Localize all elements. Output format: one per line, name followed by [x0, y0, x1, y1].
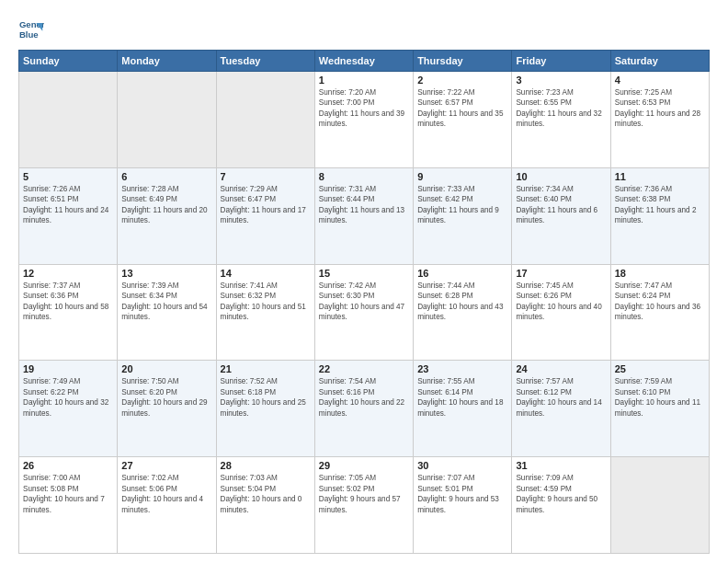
calendar-cell: 13Sunrise: 7:39 AMSunset: 6:34 PMDayligh…: [118, 264, 216, 361]
day-info: Sunrise: 7:52 AMSunset: 6:18 PMDaylight:…: [221, 376, 311, 419]
calendar-table: SundayMondayTuesdayWednesdayThursdayFrid…: [18, 50, 710, 554]
day-info: Sunrise: 7:25 AMSunset: 6:53 PMDaylight:…: [615, 87, 705, 130]
header: General Blue: [18, 17, 710, 42]
weekday-header-tuesday: Tuesday: [216, 51, 314, 72]
day-number: 9: [417, 171, 507, 182]
calendar-cell: 30Sunrise: 7:07 AMSunset: 5:01 PMDayligh…: [414, 457, 512, 554]
calendar-cell: [610, 457, 709, 554]
day-number: 2: [417, 75, 507, 86]
calendar-cell: 12Sunrise: 7:37 AMSunset: 6:36 PMDayligh…: [19, 264, 118, 361]
day-number: 18: [615, 268, 705, 279]
calendar-cell: 1Sunrise: 7:20 AMSunset: 7:00 PMDaylight…: [314, 72, 413, 168]
calendar-cell: 31Sunrise: 7:09 AMSunset: 4:59 PMDayligh…: [512, 457, 610, 554]
day-info: Sunrise: 7:57 AMSunset: 6:12 PMDaylight:…: [516, 376, 606, 419]
calendar-cell: 24Sunrise: 7:57 AMSunset: 6:12 PMDayligh…: [512, 361, 610, 457]
day-info: Sunrise: 7:37 AMSunset: 6:36 PMDaylight:…: [23, 281, 113, 323]
day-number: 24: [516, 363, 606, 374]
calendar-cell: 19Sunrise: 7:49 AMSunset: 6:22 PMDayligh…: [19, 361, 118, 457]
week-row-5: 26Sunrise: 7:00 AMSunset: 5:08 PMDayligh…: [19, 457, 710, 554]
calendar-cell: 6Sunrise: 7:28 AMSunset: 6:49 PMDaylight…: [118, 167, 216, 264]
calendar-cell: 7Sunrise: 7:29 AMSunset: 6:47 PMDaylight…: [216, 167, 314, 264]
day-number: 3: [516, 75, 606, 86]
calendar-cell: 18Sunrise: 7:47 AMSunset: 6:24 PMDayligh…: [610, 264, 709, 361]
logo-icon: General Blue: [18, 17, 44, 42]
day-number: 25: [615, 363, 705, 374]
calendar-cell: [118, 72, 216, 168]
day-info: Sunrise: 7:36 AMSunset: 6:38 PMDaylight:…: [615, 184, 705, 226]
day-info: Sunrise: 7:49 AMSunset: 6:22 PMDaylight:…: [23, 376, 113, 419]
day-info: Sunrise: 7:22 AMSunset: 6:57 PMDaylight:…: [417, 87, 507, 130]
calendar-cell: 2Sunrise: 7:22 AMSunset: 6:57 PMDaylight…: [414, 72, 512, 168]
day-number: 30: [417, 460, 507, 471]
day-number: 23: [417, 363, 507, 374]
day-number: 6: [121, 171, 211, 182]
calendar-cell: 5Sunrise: 7:26 AMSunset: 6:51 PMDaylight…: [19, 167, 118, 264]
calendar-cell: 23Sunrise: 7:55 AMSunset: 6:14 PMDayligh…: [414, 361, 512, 457]
day-info: Sunrise: 7:07 AMSunset: 5:01 PMDaylight:…: [417, 473, 507, 515]
week-row-3: 12Sunrise: 7:37 AMSunset: 6:36 PMDayligh…: [19, 264, 710, 361]
day-info: Sunrise: 7:42 AMSunset: 6:30 PMDaylight:…: [319, 281, 409, 323]
calendar-cell: 28Sunrise: 7:03 AMSunset: 5:04 PMDayligh…: [216, 457, 314, 554]
calendar-cell: 8Sunrise: 7:31 AMSunset: 6:44 PMDaylight…: [314, 167, 413, 264]
day-info: Sunrise: 7:39 AMSunset: 6:34 PMDaylight:…: [121, 281, 211, 323]
calendar-cell: 27Sunrise: 7:02 AMSunset: 5:06 PMDayligh…: [118, 457, 216, 554]
day-number: 5: [23, 171, 113, 182]
weekday-header-monday: Monday: [118, 51, 216, 72]
day-number: 28: [221, 460, 311, 471]
day-number: 29: [319, 460, 409, 471]
calendar-cell: [19, 72, 118, 168]
calendar-cell: 17Sunrise: 7:45 AMSunset: 6:26 PMDayligh…: [512, 264, 610, 361]
week-row-1: 1Sunrise: 7:20 AMSunset: 7:00 PMDaylight…: [19, 72, 710, 168]
day-number: 1: [319, 75, 409, 86]
day-number: 16: [417, 268, 507, 279]
day-info: Sunrise: 7:05 AMSunset: 5:02 PMDaylight:…: [319, 473, 409, 515]
day-number: 26: [23, 460, 113, 471]
day-info: Sunrise: 7:28 AMSunset: 6:49 PMDaylight:…: [121, 184, 211, 226]
day-info: Sunrise: 7:44 AMSunset: 6:28 PMDaylight:…: [417, 281, 507, 323]
day-info: Sunrise: 7:59 AMSunset: 6:10 PMDaylight:…: [615, 376, 705, 419]
day-number: 11: [615, 171, 705, 182]
calendar-cell: 25Sunrise: 7:59 AMSunset: 6:10 PMDayligh…: [610, 361, 709, 457]
day-info: Sunrise: 7:00 AMSunset: 5:08 PMDaylight:…: [23, 473, 113, 515]
day-info: Sunrise: 7:54 AMSunset: 6:16 PMDaylight:…: [319, 376, 409, 419]
day-number: 31: [516, 460, 606, 471]
day-info: Sunrise: 7:26 AMSunset: 6:51 PMDaylight:…: [23, 184, 113, 226]
day-number: 10: [516, 171, 606, 182]
day-info: Sunrise: 7:23 AMSunset: 6:55 PMDaylight:…: [516, 87, 606, 130]
day-number: 21: [221, 363, 311, 374]
weekday-header-saturday: Saturday: [610, 51, 709, 72]
day-info: Sunrise: 7:31 AMSunset: 6:44 PMDaylight:…: [319, 184, 409, 226]
calendar-cell: 11Sunrise: 7:36 AMSunset: 6:38 PMDayligh…: [610, 167, 709, 264]
weekday-header-friday: Friday: [512, 51, 610, 72]
calendar-cell: 16Sunrise: 7:44 AMSunset: 6:28 PMDayligh…: [414, 264, 512, 361]
day-number: 13: [121, 268, 211, 279]
day-number: 22: [319, 363, 409, 374]
calendar-cell: 9Sunrise: 7:33 AMSunset: 6:42 PMDaylight…: [414, 167, 512, 264]
day-number: 12: [23, 268, 113, 279]
weekday-header-sunday: Sunday: [19, 51, 118, 72]
svg-text:Blue: Blue: [19, 29, 39, 40]
calendar-cell: 26Sunrise: 7:00 AMSunset: 5:08 PMDayligh…: [19, 457, 118, 554]
weekday-header-thursday: Thursday: [414, 51, 512, 72]
day-info: Sunrise: 7:47 AMSunset: 6:24 PMDaylight:…: [615, 281, 705, 323]
calendar-cell: 20Sunrise: 7:50 AMSunset: 6:20 PMDayligh…: [118, 361, 216, 457]
calendar-cell: [216, 72, 314, 168]
day-number: 17: [516, 268, 606, 279]
calendar-cell: 3Sunrise: 7:23 AMSunset: 6:55 PMDaylight…: [512, 72, 610, 168]
day-number: 8: [319, 171, 409, 182]
calendar-cell: 22Sunrise: 7:54 AMSunset: 6:16 PMDayligh…: [314, 361, 413, 457]
day-number: 20: [121, 363, 211, 374]
day-info: Sunrise: 7:50 AMSunset: 6:20 PMDaylight:…: [121, 376, 211, 419]
day-info: Sunrise: 7:29 AMSunset: 6:47 PMDaylight:…: [221, 184, 311, 226]
day-info: Sunrise: 7:34 AMSunset: 6:40 PMDaylight:…: [516, 184, 606, 226]
day-info: Sunrise: 7:09 AMSunset: 4:59 PMDaylight:…: [516, 473, 606, 515]
day-number: 27: [121, 460, 211, 471]
weekday-header-wednesday: Wednesday: [314, 51, 413, 72]
day-info: Sunrise: 7:02 AMSunset: 5:06 PMDaylight:…: [121, 473, 211, 515]
weekday-header-row: SundayMondayTuesdayWednesdayThursdayFrid…: [19, 51, 710, 72]
calendar-cell: 4Sunrise: 7:25 AMSunset: 6:53 PMDaylight…: [610, 72, 709, 168]
calendar-cell: 14Sunrise: 7:41 AMSunset: 6:32 PMDayligh…: [216, 264, 314, 361]
day-number: 19: [23, 363, 113, 374]
page: General Blue SundayMondayTuesdayWednesda…: [0, 0, 728, 563]
day-number: 15: [319, 268, 409, 279]
